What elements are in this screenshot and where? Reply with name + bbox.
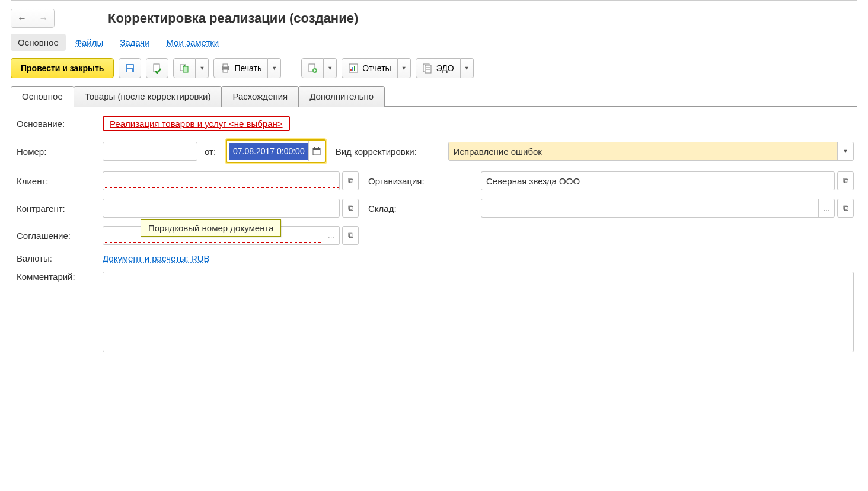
post-and-close-button[interactable]: Провести и закрыть [11,58,114,78]
tab-extra[interactable]: Дополнительно [298,86,385,107]
page-title: Корректировка реализации (создание) [108,11,358,26]
print-label: Печать [234,63,261,73]
comment-input[interactable] [103,272,854,352]
warehouse-open-button[interactable]: ⧉ [837,199,854,218]
tab-goods[interactable]: Товары (после корректировки) [74,86,222,107]
svg-rect-1 [127,65,133,68]
section-files[interactable]: Файлы [68,34,111,51]
chevron-down-icon: ▼ [272,65,277,71]
svg-rect-7 [223,64,228,67]
open-icon: ⧉ [348,176,353,186]
label-correction-type: Вид корректировки: [336,146,448,157]
svg-rect-18 [313,148,320,150]
edo-label: ЭДО [436,63,454,73]
label-comment: Комментарий: [17,272,103,282]
reports-dropdown[interactable]: ▼ [398,58,411,78]
tab-diff[interactable]: Расхождения [221,86,299,107]
org-value: Северная звезда ООО [481,176,834,186]
tab-main[interactable]: Основное [11,86,74,107]
reports-icon [348,63,359,74]
edo-button[interactable]: ЭДО [416,58,461,78]
agreement-open-button[interactable]: ⧉ [342,226,359,245]
chevron-down-icon: ▼ [401,65,407,71]
create-based-on-button[interactable] [173,58,196,78]
svg-rect-2 [127,69,132,72]
label-from: от: [205,146,226,157]
linked-docs-button[interactable] [301,58,324,78]
label-warehouse: Склад: [368,203,481,213]
counterparty-input[interactable] [103,199,340,218]
calendar-icon [312,147,321,155]
open-icon: ⧉ [348,203,353,213]
create-based-on-icon [179,63,190,74]
svg-rect-12 [350,69,352,71]
chevron-down-icon: ▼ [464,65,470,71]
agreement-ellipsis-button[interactable]: ... [323,226,340,245]
svg-rect-20 [318,147,319,149]
chevron-down-icon: ▼ [327,65,333,71]
currencies-link[interactable]: Документ и расчеты: RUB [103,253,210,263]
section-tasks[interactable]: Задачи [113,34,157,51]
print-button[interactable]: Печать [213,58,268,78]
open-icon: ⧉ [348,231,353,240]
chevron-down-icon: ▼ [199,65,205,71]
label-currencies: Валюты: [17,253,103,263]
arrow-left-icon: ← [17,13,27,24]
nav-back-button[interactable]: ← [11,9,33,27]
open-icon: ⧉ [843,176,848,186]
edo-dropdown[interactable]: ▼ [461,58,474,78]
number-tooltip: Порядковый номер документа [141,219,281,237]
post-icon [152,63,162,74]
reports-button[interactable]: Отчеты [342,58,397,78]
date-input[interactable]: 07.08.2017 0:00:00 [229,143,308,160]
print-icon [220,63,231,74]
chevron-down-icon: ▼ [837,142,853,160]
correction-type-select[interactable]: Исправление ошибок ▼ [448,142,854,161]
counterparty-open-button[interactable]: ⧉ [342,199,359,218]
label-client: Клиент: [17,176,103,186]
create-based-on-dropdown[interactable]: ▼ [196,58,209,78]
org-open-button[interactable]: ⧉ [837,171,854,190]
correction-type-value: Исправление ошибок [449,142,837,160]
linked-docs-icon [307,63,318,74]
section-main[interactable]: Основное [11,34,66,51]
open-icon: ⧉ [843,203,848,213]
save-icon [125,63,135,74]
edo-icon [422,63,433,74]
org-select[interactable]: Северная звезда ООО [481,171,835,190]
client-input[interactable] [103,171,340,190]
date-picker-button[interactable] [308,141,325,161]
label-base: Основание: [17,119,103,129]
save-button[interactable] [119,58,141,78]
label-org: Организация: [368,176,481,186]
label-number: Номер: [17,146,103,157]
client-open-button[interactable]: ⧉ [342,171,359,190]
warehouse-select[interactable]: ... [481,199,835,218]
base-link[interactable]: Реализация товаров и услуг <не выбран> [110,119,283,129]
print-dropdown[interactable]: ▼ [268,58,281,78]
nav-forward-button[interactable]: → [33,9,54,27]
base-link-highlight: Реализация товаров и услуг <не выбран> [103,116,290,131]
arrow-right-icon: → [39,13,49,24]
reports-label: Отчеты [362,63,391,73]
svg-rect-13 [352,67,353,71]
warehouse-ellipsis-button[interactable]: ... [818,199,834,217]
svg-rect-19 [314,147,315,149]
svg-rect-8 [223,69,228,72]
label-agreement: Соглашение: [17,231,103,241]
label-counterparty: Контрагент: [17,203,103,213]
svg-rect-5 [183,66,188,72]
section-notes[interactable]: Мои заметки [159,34,226,51]
post-button[interactable] [146,58,168,78]
number-input[interactable] [103,142,197,161]
linked-docs-dropdown[interactable]: ▼ [324,58,337,78]
svg-rect-14 [354,66,355,71]
